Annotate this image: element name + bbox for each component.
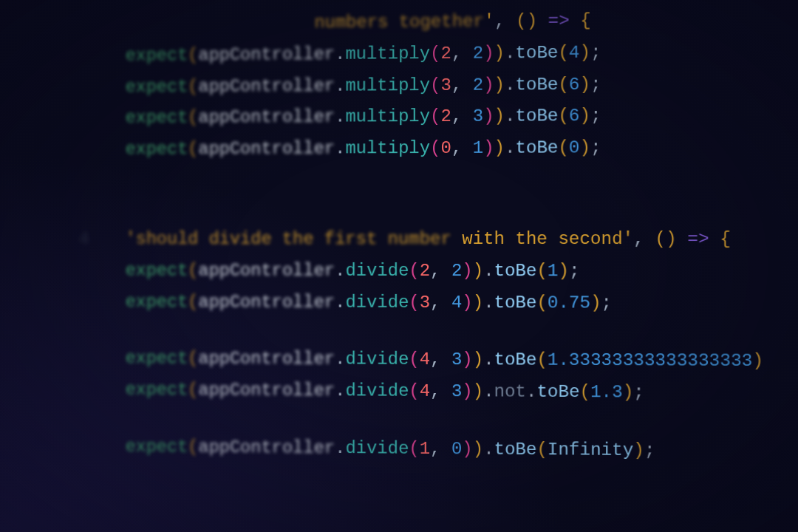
code-line: expect(appController.divide(4, 3)).toBe(… <box>79 344 798 378</box>
code-line: expect(appController.multiply(3, 2)).toB… <box>79 69 798 103</box>
code-line: expect(appController.multiply(2, 3)).toB… <box>79 100 798 134</box>
code-line-describe-partial: numbers together', () => { <box>79 4 798 40</box>
code-line: expect(appController.divide(3, 4)).toBe(… <box>79 287 798 319</box>
code-line: expect(appController.multiply(0, 1)).toB… <box>79 132 798 165</box>
code-editor-viewport: numbers together', () => { expect(appCon… <box>79 4 798 468</box>
code-line: expect(appController.divide(2, 2)).toBe(… <box>79 256 798 287</box>
code-line: expect(appController.divide(4, 3)).not.t… <box>79 375 798 409</box>
code-line: expect(appController.divide(1, 0)).toBe(… <box>79 432 798 468</box>
code-line: expect(appController.multiply(2, 2)).toB… <box>79 36 798 71</box>
code-line-it-divide: 4 'should divide the first number with t… <box>79 225 798 255</box>
